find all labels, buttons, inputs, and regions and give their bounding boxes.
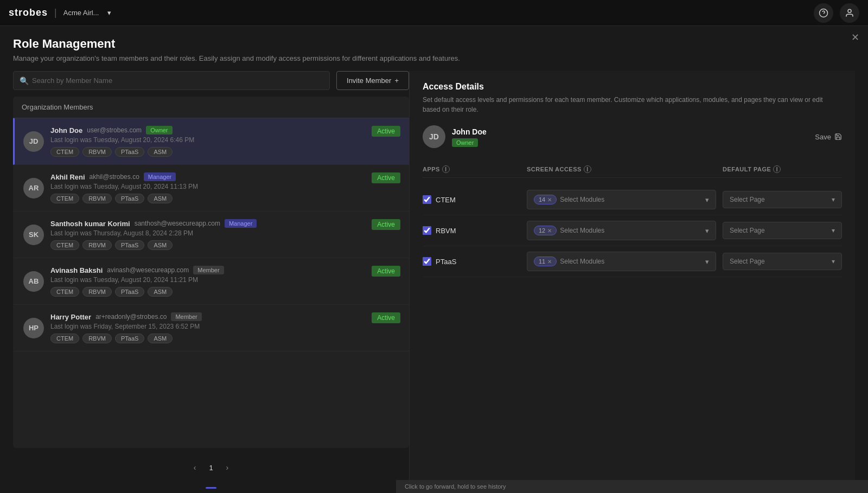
tag: ASM bbox=[148, 334, 173, 343]
member-name: Santhosh kumar Korimi bbox=[50, 220, 130, 228]
tag: ASM bbox=[148, 287, 173, 297]
tag: ASM bbox=[148, 147, 173, 157]
permissions-list: CTEM 14 ✕ Select Modules ▾ Select Page ▾… bbox=[423, 184, 842, 277]
member-row[interactable]: SK Santhosh kumar Korimi santhosh@wesecu… bbox=[13, 212, 409, 258]
col-apps-header: APPS i bbox=[423, 165, 520, 173]
access-details-title: Access Details bbox=[423, 82, 842, 92]
page-title: Role Management bbox=[13, 37, 855, 51]
tag: ASM bbox=[148, 194, 173, 203]
perm-checkbox-ctem[interactable] bbox=[423, 195, 431, 204]
col-screen-access-header: SCREEN ACCESS i bbox=[527, 165, 716, 173]
members-section-title: Organization Members bbox=[13, 97, 409, 118]
search-input[interactable] bbox=[13, 71, 330, 90]
top-nav: strobes | Acme Airl... ▾ bbox=[0, 0, 868, 26]
page-select-chevron-icon: ▾ bbox=[832, 227, 835, 234]
user-profile-button[interactable] bbox=[840, 3, 859, 23]
member-email: santhosh@wesecureapp.com bbox=[135, 220, 220, 227]
member-last-login: Last login was Tuesday, August 20, 2024 … bbox=[50, 183, 365, 190]
tag: RBVM bbox=[82, 194, 112, 203]
support-icon-button[interactable] bbox=[814, 3, 833, 23]
page-header: Role Management Manage your organization… bbox=[13, 37, 855, 62]
selected-member-role-badge: Owner bbox=[452, 138, 478, 147]
member-email: user@strobes.com bbox=[87, 126, 142, 134]
permission-row: PTaaS 11 ✕ Select Modules ▾ Select Page … bbox=[423, 246, 842, 277]
perm-app-cell: PTaaS bbox=[423, 257, 520, 266]
col-default-page-header: DEFAULT PAGE i bbox=[723, 165, 842, 173]
tag: CTEM bbox=[50, 334, 79, 343]
tag: RBVM bbox=[82, 334, 112, 343]
member-row[interactable]: AR Akhil Reni akhil@strobes.co Manager L… bbox=[13, 165, 409, 212]
invite-member-label: Invite Member bbox=[347, 76, 391, 85]
pagination: ‹ 1 › bbox=[13, 454, 409, 481]
member-name: Akhil Reni bbox=[50, 173, 85, 181]
perm-checkbox-ptaas[interactable] bbox=[423, 257, 431, 266]
tag: CTEM bbox=[50, 240, 79, 250]
permission-row: CTEM 14 ✕ Select Modules ▾ Select Page ▾ bbox=[423, 184, 842, 215]
module-chevron-icon: ▾ bbox=[705, 258, 709, 266]
svg-point-2 bbox=[848, 9, 851, 12]
nav-right bbox=[814, 3, 859, 23]
status-badge: Active bbox=[372, 172, 400, 183]
tag: CTEM bbox=[50, 194, 79, 203]
plus-icon: + bbox=[394, 76, 399, 85]
save-button[interactable]: Save bbox=[815, 133, 842, 141]
page-select-rbvm[interactable]: Select Page ▾ bbox=[723, 222, 842, 239]
perm-app-cell: CTEM bbox=[423, 195, 520, 204]
module-tag-remove[interactable]: ✕ bbox=[547, 259, 552, 265]
member-last-login: Last login was Tuesday, August 20, 2024 … bbox=[50, 276, 365, 284]
avatar: HP bbox=[23, 318, 44, 338]
member-tags: CTEMRBVMPTaaSASM bbox=[50, 147, 365, 157]
status-badge: Active bbox=[372, 266, 400, 277]
module-select-wrapper: 14 ✕ Select Modules ▾ bbox=[527, 190, 716, 209]
status-badge: Active bbox=[372, 312, 400, 323]
avatar: JD bbox=[23, 131, 44, 152]
col-default-page-label: DEFAULT PAGE bbox=[723, 166, 771, 172]
selected-member-name: John Doe bbox=[452, 127, 808, 136]
module-select-rbvm[interactable]: 12 ✕ Select Modules ▾ bbox=[527, 221, 716, 240]
role-badge: Manager bbox=[144, 172, 176, 181]
col-apps-label: APPS bbox=[423, 166, 440, 172]
module-select-ptaas[interactable]: 11 ✕ Select Modules ▾ bbox=[527, 252, 716, 271]
left-panel: 🔍 Invite Member + Organization Members J… bbox=[13, 71, 409, 493]
member-row[interactable]: HP Harry Potter ar+readonly@strobes.co M… bbox=[13, 305, 409, 351]
page-wrapper: Role Management Manage your organization… bbox=[0, 26, 868, 493]
page-number: 1 bbox=[209, 464, 213, 472]
members-list: JD John Doe user@strobes.com Owner Last … bbox=[13, 118, 409, 351]
page-select-ptaas[interactable]: Select Page ▾ bbox=[723, 253, 842, 270]
selected-member-info: John Doe Owner bbox=[452, 127, 808, 146]
member-row[interactable]: AB Avinash Bakshi avinash@wesecureapp.co… bbox=[13, 258, 409, 305]
module-tag-remove[interactable]: ✕ bbox=[547, 228, 552, 234]
default-page-info-icon[interactable]: i bbox=[773, 165, 781, 173]
perm-checkbox-rbvm[interactable] bbox=[423, 226, 431, 235]
member-last-login: Last login was Tuesday, August 20, 2024 … bbox=[50, 136, 365, 144]
tag: RBVM bbox=[82, 240, 112, 250]
module-chevron-icon: ▾ bbox=[705, 196, 709, 204]
chevron-down-icon[interactable]: ▾ bbox=[107, 9, 111, 17]
page-dot-1 bbox=[206, 487, 216, 489]
invite-member-button[interactable]: Invite Member + bbox=[336, 71, 409, 90]
module-select-placeholder: Select Modules bbox=[560, 258, 702, 265]
module-count-tag: 11 ✕ bbox=[534, 257, 557, 266]
member-tags: CTEMRBVMPTaaSASM bbox=[50, 194, 365, 203]
next-page-button[interactable]: › bbox=[222, 461, 233, 474]
member-last-login: Last login was Thursday, August 8, 2024 … bbox=[50, 229, 365, 237]
prev-page-button[interactable]: ‹ bbox=[189, 461, 201, 474]
member-info: Santhosh kumar Korimi santhosh@wesecurea… bbox=[50, 219, 365, 250]
tag: CTEM bbox=[50, 287, 79, 297]
member-info: John Doe user@strobes.com Owner Last log… bbox=[50, 126, 365, 157]
perm-app-name: PTaaS bbox=[436, 258, 456, 266]
screen-access-info-icon[interactable]: i bbox=[584, 165, 591, 173]
member-name-row: Akhil Reni akhil@strobes.co Manager bbox=[50, 172, 365, 181]
apps-info-icon[interactable]: i bbox=[442, 165, 450, 173]
module-select-ctem[interactable]: 14 ✕ Select Modules ▾ bbox=[527, 190, 716, 209]
role-badge: Member bbox=[193, 266, 224, 274]
tag: CTEM bbox=[50, 147, 79, 157]
close-button[interactable]: ✕ bbox=[851, 31, 859, 43]
member-row[interactable]: JD John Doe user@strobes.com Owner Last … bbox=[13, 118, 409, 165]
module-count-tag: 14 ✕ bbox=[534, 195, 557, 204]
module-tag-remove[interactable]: ✕ bbox=[547, 197, 552, 203]
page-select-ctem[interactable]: Select Page ▾ bbox=[723, 191, 842, 208]
members-container: Organization Members JD John Doe user@st… bbox=[13, 97, 409, 448]
perm-app-name: CTEM bbox=[436, 196, 456, 204]
module-select-placeholder: Select Modules bbox=[560, 227, 702, 234]
